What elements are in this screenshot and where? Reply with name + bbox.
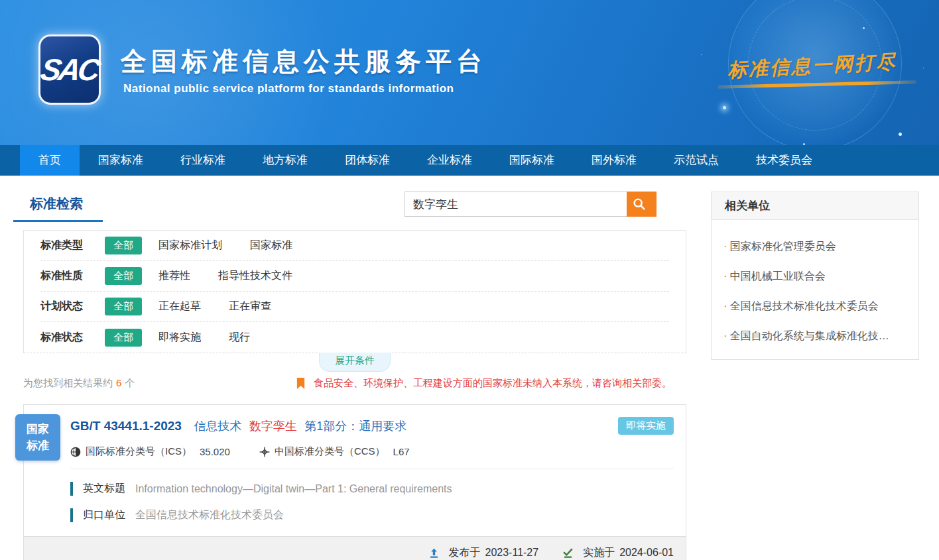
site-header: SAC 全国标准信息公共服务平台 National public service…	[0, 0, 939, 145]
filter-option[interactable]: 国家标准计划	[158, 239, 222, 252]
ccs-label: 中国标准分类号（CCS）	[275, 445, 385, 458]
search-group	[405, 192, 657, 217]
site-subtitle: National public service platform for sta…	[123, 82, 454, 95]
nav-item-international-standards[interactable]: 国际标准	[491, 145, 573, 176]
filter-option[interactable]: 推荐性	[158, 269, 190, 283]
system-notice: 食品安全、环境保护、工程建设方面的国家标准未纳入本系统，请咨询相关部委。	[296, 377, 672, 390]
nav-item-pilot-programs[interactable]: 示范试点	[655, 145, 737, 176]
ics-globe-icon	[70, 447, 81, 457]
filter-all-button[interactable]: 全部	[105, 267, 142, 285]
filter-label: 标准类型	[40, 239, 105, 252]
search-and-results-column: 标准检索 标准类型 全部 国家标准计划 国家标准 标准性质 全部 推荐性	[23, 192, 686, 560]
results-count: 为您找到相关结果约6个	[23, 377, 135, 390]
ccs-value: L67	[393, 446, 410, 457]
implemented-label: 实施于	[583, 546, 615, 560]
nav-item-enterprise-standards[interactable]: 企业标准	[408, 145, 491, 176]
sidebar-title: 相关单位	[712, 192, 918, 220]
nav-item-industry-standards[interactable]: 行业标准	[162, 145, 244, 176]
filter-option[interactable]: 正在审查	[229, 300, 271, 313]
sidebar-list: 国家标准化管理委员会 中国机械工业联合会 全国信息技术标准化技术委员会 全国自动…	[712, 220, 918, 359]
field-label: 英文标题	[83, 482, 125, 496]
related-units-panel: 相关单位 国家标准化管理委员会 中国机械工业联合会 全国信息技术标准化技术委员会…	[711, 192, 919, 360]
filter-row-standard-status: 标准状态 全部 即将实施 现行	[40, 322, 669, 353]
search-button[interactable]	[627, 192, 657, 217]
filter-all-button[interactable]: 全部	[105, 298, 142, 315]
card-body: GB/T 43441.1-2023 信息技术 数字孪生 第1部分：通用要求 即将…	[24, 405, 686, 536]
field-row-centralized-unit: 归口单位 全国信息技术标准化技术委员会	[70, 508, 674, 522]
results-count-number: 6	[116, 377, 121, 388]
ccs-crosshair-icon	[259, 447, 270, 457]
results-summary-row: 为您找到相关结果约6个 食品安全、环境保护、工程建设方面的国家标准未纳入本系统，…	[23, 377, 686, 390]
sac-logo: SAC	[38, 34, 101, 105]
published-date-item: 发布于 2023-11-27	[428, 546, 539, 560]
published-date: 2023-11-27	[485, 547, 539, 559]
search-input[interactable]	[405, 192, 627, 217]
filter-panel: 标准类型 全部 国家标准计划 国家标准 标准性质 全部 推荐性 指导性技术文件 …	[23, 230, 686, 353]
filter-option[interactable]: 国家标准	[250, 239, 292, 252]
main-content: 标准检索 标准类型 全部 国家标准计划 国家标准 标准性质 全部 推荐性	[0, 176, 939, 560]
field-accent-bar	[70, 482, 73, 496]
nav-item-national-standards[interactable]: 国家标准	[80, 145, 162, 176]
standard-title-part[interactable]: 第1部分：通用要求	[304, 420, 407, 433]
main-nav: 首页 国家标准 行业标准 地方标准 团体标准 企业标准 国际标准 国外标准 示范…	[0, 145, 939, 176]
filter-option[interactable]: 现行	[229, 331, 250, 345]
filter-all-button[interactable]: 全部	[105, 329, 142, 347]
published-label: 发布于	[449, 546, 481, 560]
nav-item-home[interactable]: 首页	[20, 145, 80, 176]
sparkle-dots	[723, 106, 726, 109]
expand-conditions-button[interactable]: 展开条件	[319, 353, 391, 372]
site-title: 全国标准信息公共服务平台	[121, 44, 487, 80]
expand-wrap: 展开条件	[23, 353, 686, 372]
filter-label: 标准状态	[40, 331, 105, 345]
standard-code-link[interactable]: GB/T 43441.1-2023	[70, 419, 182, 433]
field-value: 全国信息技术标准化技术委员会	[135, 508, 284, 522]
nav-item-foreign-standards[interactable]: 国外标准	[573, 145, 655, 176]
filter-row-standard-nature: 标准性质 全部 推荐性 指导性技术文件	[40, 261, 669, 292]
sidebar-item-it-standardization-committee[interactable]: 全国信息技术标准化技术委员会	[723, 300, 907, 313]
field-row-english-title: 英文标题 Information technology—Digital twin…	[70, 482, 674, 496]
nav-item-local-standards[interactable]: 地方标准	[244, 145, 326, 176]
filter-row-standard-type: 标准类型 全部 国家标准计划 国家标准	[40, 231, 669, 261]
results-count-suffix: 个	[125, 377, 135, 388]
implemented-date-item: 实施于 2024-06-01	[562, 546, 674, 560]
search-row: 标准检索	[23, 192, 686, 230]
filter-option[interactable]: 指导性技术文件	[218, 269, 292, 283]
standard-title-highlight[interactable]: 数字孪生	[249, 420, 297, 433]
nav-item-technical-committees[interactable]: 技术委员会	[737, 145, 831, 176]
card-classification-row: 国际标准分类号（ICS） 35.020 中国标准分类号（CCS） L67	[70, 445, 674, 458]
card-title-row: GB/T 43441.1-2023 信息技术 数字孪生 第1部分：通用要求 即将…	[70, 418, 674, 434]
implemented-date: 2024-06-01	[619, 547, 674, 559]
filter-label: 标准性质	[40, 269, 105, 283]
sidebar-item-automation-systems-committee[interactable]: 全国自动化系统与集成标准化技…	[723, 329, 907, 343]
bookmark-icon	[296, 378, 306, 389]
sidebar-item-machinery-federation[interactable]: 中国机械工业联合会	[723, 270, 907, 284]
standard-type-badge: 国家 标准	[15, 414, 60, 461]
ics-value: 35.020	[200, 446, 230, 457]
publish-upload-icon	[428, 547, 440, 559]
standard-title-part[interactable]: 信息技术	[194, 420, 241, 433]
field-accent-bar	[70, 508, 73, 522]
search-icon	[632, 197, 647, 211]
ics-label: 国际标准分类号（ICS）	[86, 445, 192, 458]
notice-text: 食品安全、环境保护、工程建设方面的国家标准未纳入本系统，请咨询相关部委。	[314, 377, 672, 390]
filter-label: 计划状态	[40, 300, 105, 313]
card-footer: 发布于 2023-11-27 实施于 2024-06-01	[24, 536, 686, 560]
field-label: 归口单位	[83, 508, 125, 522]
filter-option[interactable]: 正在起草	[158, 300, 201, 313]
card-divider	[70, 469, 674, 469]
results-count-prefix: 为您找到相关结果约	[23, 377, 113, 388]
status-badge: 即将实施	[618, 417, 674, 435]
sidebar-item-sac[interactable]: 国家标准化管理委员会	[723, 240, 907, 254]
field-value: Information technology—Digital twin—Part…	[135, 483, 452, 495]
standard-result-card: 国家 标准 GB/T 43441.1-2023 信息技术 数字孪生 第1部分：通…	[23, 404, 686, 560]
implement-check-icon	[562, 547, 574, 559]
filter-option[interactable]: 即将实施	[158, 331, 201, 345]
filter-all-button[interactable]: 全部	[105, 237, 142, 254]
filter-row-plan-status: 计划状态 全部 正在起草 正在审查	[40, 292, 669, 322]
sac-logo-text: SAC	[38, 52, 101, 87]
badge-line-2: 标准	[15, 437, 60, 454]
badge-line-1: 国家	[15, 421, 60, 437]
nav-item-group-standards[interactable]: 团体标准	[326, 145, 408, 176]
tab-standard-search[interactable]: 标准检索	[13, 192, 103, 222]
